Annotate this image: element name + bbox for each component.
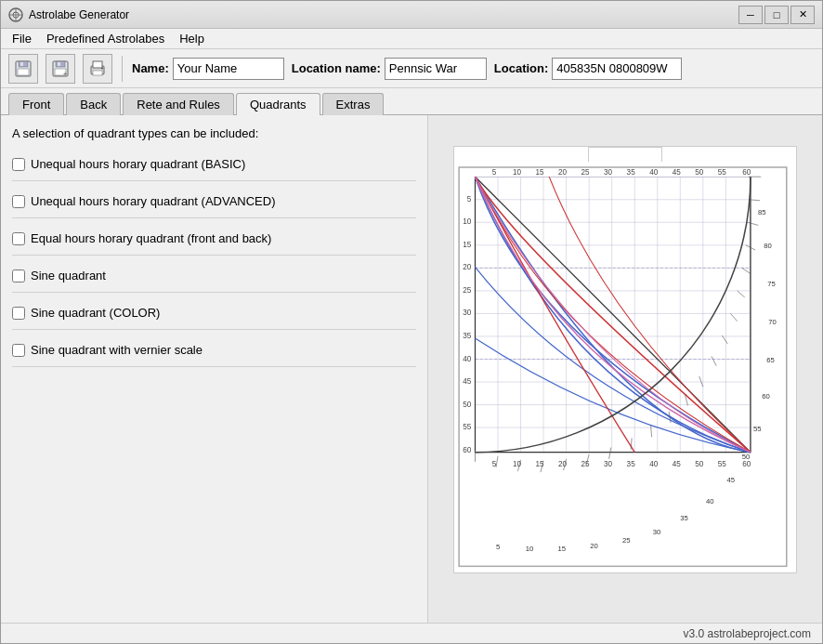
svg-rect-11 bbox=[58, 62, 60, 66]
svg-text:60: 60 bbox=[463, 446, 472, 454]
status-bar: v3.0 astrolabeproject.com bbox=[1, 623, 822, 643]
menu-help[interactable]: Help bbox=[172, 30, 212, 47]
svg-text:15: 15 bbox=[557, 545, 566, 553]
status-text: v3.0 astrolabeproject.com bbox=[684, 627, 811, 640]
tab-back[interactable]: Back bbox=[66, 93, 121, 115]
location-field-group: Location: bbox=[494, 58, 683, 80]
svg-text:35: 35 bbox=[463, 332, 472, 340]
svg-rect-15 bbox=[93, 71, 102, 75]
location-name-input[interactable] bbox=[385, 58, 487, 80]
svg-text:25: 25 bbox=[622, 536, 631, 545]
svg-text:25: 25 bbox=[581, 168, 591, 177]
panel-description: A selection of quadrant types can be inc… bbox=[12, 126, 416, 140]
checkbox-label-2[interactable]: Unequal hours horary quadrant (ADVANCED) bbox=[31, 194, 276, 208]
app-icon bbox=[8, 7, 23, 22]
svg-text:35: 35 bbox=[680, 514, 688, 522]
svg-text:60: 60 bbox=[742, 460, 751, 468]
svg-text:60: 60 bbox=[742, 168, 751, 177]
checkbox-label-5[interactable]: Sine quadrant (COLOR) bbox=[31, 306, 160, 320]
svg-text:35: 35 bbox=[627, 168, 636, 177]
checkbox-label-6[interactable]: Sine quadrant with vernier scale bbox=[31, 343, 202, 357]
svg-text:+: + bbox=[63, 71, 67, 77]
menu-bar: File Predefined Astrolabes Help bbox=[1, 29, 822, 49]
svg-rect-14 bbox=[93, 61, 102, 68]
tabs-bar: Front Back Rete and Rules Quadrants Extr… bbox=[1, 88, 822, 115]
menu-file[interactable]: File bbox=[5, 30, 39, 47]
svg-text:45: 45 bbox=[463, 377, 472, 386]
svg-text:55: 55 bbox=[718, 168, 727, 177]
option-row-6: Sine quadrant with vernier scale bbox=[12, 339, 416, 367]
svg-text:5: 5 bbox=[492, 168, 497, 177]
svg-text:50: 50 bbox=[463, 401, 472, 409]
location-label: Location: bbox=[494, 61, 549, 75]
name-field-group: Name: bbox=[132, 58, 284, 80]
right-panel: 5 10 15 20 25 30 35 40 45 50 55 60 5 10 … bbox=[428, 115, 822, 623]
svg-text:40: 40 bbox=[706, 497, 714, 506]
checkbox-label-1[interactable]: Unequal hours horary quadrant (BASIC) bbox=[31, 157, 245, 171]
checkbox-label-4[interactable]: Sine quadrant bbox=[31, 269, 106, 283]
checkbox-option-4[interactable] bbox=[12, 269, 25, 283]
svg-text:40: 40 bbox=[649, 460, 659, 468]
svg-text:40: 40 bbox=[463, 355, 472, 363]
svg-rect-6 bbox=[18, 69, 29, 75]
tab-extras[interactable]: Extras bbox=[322, 93, 385, 115]
toolbar: + Name: Location name: Location: bbox=[1, 49, 822, 88]
svg-text:50: 50 bbox=[695, 460, 704, 468]
left-panel: A selection of quadrant types can be inc… bbox=[1, 115, 428, 623]
checkbox-option-1[interactable] bbox=[12, 158, 25, 171]
checkbox-option-5[interactable] bbox=[12, 307, 25, 320]
svg-text:40: 40 bbox=[649, 168, 659, 177]
svg-text:25: 25 bbox=[581, 460, 591, 468]
location-input[interactable] bbox=[552, 58, 682, 80]
checkbox-option-3[interactable] bbox=[12, 232, 25, 245]
svg-text:45: 45 bbox=[726, 476, 735, 484]
maximize-button[interactable]: □ bbox=[764, 6, 789, 24]
option-row-3: Equal hours horary quadrant (front and b… bbox=[12, 228, 416, 256]
svg-rect-7 bbox=[20, 62, 23, 66]
checkbox-option-2[interactable] bbox=[12, 195, 25, 208]
option-row-1: Unequal hours horary quadrant (BASIC) bbox=[12, 153, 416, 181]
svg-text:5: 5 bbox=[496, 543, 500, 551]
title-bar-text: Astrolabe Generator bbox=[29, 8, 738, 21]
tab-front[interactable]: Front bbox=[8, 93, 64, 115]
location-name-label: Location name: bbox=[292, 61, 381, 75]
svg-text:70: 70 bbox=[768, 318, 777, 326]
svg-text:50: 50 bbox=[695, 168, 704, 177]
quadrant-svg: 5 10 15 20 25 30 35 40 45 50 55 60 5 10 … bbox=[454, 147, 796, 572]
toolbar-separator bbox=[122, 56, 123, 82]
save-button[interactable] bbox=[8, 54, 38, 84]
main-content: A selection of quadrant types can be inc… bbox=[1, 115, 822, 623]
svg-text:80: 80 bbox=[764, 242, 772, 250]
main-window: Astrolabe Generator ─ □ ✕ File Predefine… bbox=[0, 0, 823, 644]
name-input[interactable] bbox=[173, 58, 284, 80]
save-as-button[interactable]: + bbox=[46, 54, 75, 84]
svg-text:35: 35 bbox=[627, 460, 636, 468]
svg-text:15: 15 bbox=[535, 168, 544, 177]
print-button[interactable] bbox=[83, 54, 112, 84]
svg-text:20: 20 bbox=[558, 168, 568, 177]
svg-text:15: 15 bbox=[463, 241, 472, 249]
svg-text:30: 30 bbox=[604, 168, 613, 177]
svg-point-16 bbox=[101, 67, 103, 69]
minimize-button[interactable]: ─ bbox=[738, 6, 763, 24]
svg-text:85: 85 bbox=[758, 208, 766, 217]
tab-rete-rules[interactable]: Rete and Rules bbox=[123, 93, 234, 115]
checkbox-option-6[interactable] bbox=[12, 344, 25, 357]
option-row-4: Sine quadrant bbox=[12, 265, 416, 293]
svg-text:10: 10 bbox=[513, 168, 522, 177]
title-bar: Astrolabe Generator ─ □ ✕ bbox=[1, 1, 822, 29]
svg-text:45: 45 bbox=[673, 460, 682, 468]
svg-text:55: 55 bbox=[718, 460, 727, 468]
svg-text:55: 55 bbox=[463, 423, 472, 431]
svg-text:55: 55 bbox=[753, 425, 762, 433]
svg-text:65: 65 bbox=[766, 356, 775, 364]
close-button[interactable]: ✕ bbox=[790, 6, 815, 24]
svg-text:60: 60 bbox=[762, 392, 770, 401]
quadrant-preview: 5 10 15 20 25 30 35 40 45 50 55 60 5 10 … bbox=[453, 146, 797, 573]
title-bar-buttons: ─ □ ✕ bbox=[738, 6, 815, 24]
tab-quadrants[interactable]: Quadrants bbox=[236, 93, 320, 115]
svg-text:75: 75 bbox=[767, 280, 776, 288]
menu-predefined[interactable]: Predefined Astrolabes bbox=[39, 30, 172, 47]
checkbox-label-3[interactable]: Equal hours horary quadrant (front and b… bbox=[31, 231, 271, 245]
option-row-5: Sine quadrant (COLOR) bbox=[12, 302, 416, 330]
